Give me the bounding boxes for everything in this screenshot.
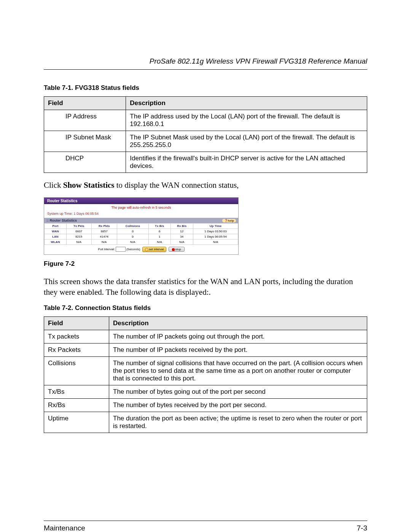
table-row: Rx Packets The number of IP packets rece…	[44, 343, 367, 357]
poll-unit: (Seconds)	[126, 248, 140, 251]
table-row: DHCP Identifies if the firewall's built-…	[44, 152, 367, 173]
cell: 1 Days 03:50:03	[193, 229, 238, 234]
cell: N/A	[170, 240, 193, 245]
paragraph-data-transfer: This screen shows the data transfer stat…	[44, 276, 367, 298]
cell: 41474	[91, 234, 117, 240]
system-uptime: System up Time: 1 Days 06:05:54	[44, 211, 238, 218]
field-name: IP Address	[62, 110, 126, 131]
field-desc: The number of IP packets received by the…	[109, 343, 367, 357]
cell: 12	[170, 229, 193, 234]
th-field: Field	[44, 97, 126, 110]
cell: N/A	[117, 240, 148, 245]
table-row: Uptime The duration the port as been act…	[44, 412, 367, 433]
field-desc: The IP address used by the Local (LAN) p…	[126, 110, 367, 131]
stats-row: WLAN N/A N/A N/A N/A N/A N/A	[45, 240, 238, 245]
status-fields-table: Field Description IP Address The IP addr…	[44, 96, 367, 173]
stats-row: LAN 8215 41474 0 1 34 1 Days 06:05:54	[45, 234, 238, 240]
subheader-text: Router Statistics	[50, 219, 77, 222]
poll-label: Poll Interval:	[98, 248, 115, 251]
text-strong: Show Statistics	[63, 181, 115, 190]
text-fragment: Click	[44, 181, 63, 190]
footer: Maintenance 7-3 v1.0, September 2007	[44, 521, 367, 532]
stats-row: WAN 6607 8857 0 6 12 1 Days 03:50:03	[45, 229, 238, 234]
router-statistics-panel: Router Statistics The page will auto-ref…	[44, 197, 239, 254]
field-name: Tx packets	[44, 330, 109, 343]
cell-port: LAN	[45, 234, 67, 240]
cell: 8215	[66, 234, 91, 240]
col-rxpkts: Rx Pkts	[91, 224, 117, 229]
cell-port: WLAN	[45, 240, 67, 245]
set-interval-button[interactable]: set interval	[142, 247, 167, 252]
auto-refresh-message: The page will auto-refresh in 5 seconds	[44, 204, 238, 211]
cell: 34	[170, 234, 193, 240]
field-name: DHCP	[62, 152, 126, 173]
cell-port: WAN	[45, 229, 67, 234]
cell: 0	[117, 229, 148, 234]
field-desc: The number of IP packets going out throu…	[109, 330, 367, 343]
table2-caption: Table 7-2. Connection Status fields	[44, 304, 367, 312]
stop-icon	[172, 248, 175, 251]
panel-subheader: :: Router Statistics ❓help	[44, 218, 238, 223]
field-name: Uptime	[44, 412, 109, 433]
cell: N/A	[193, 240, 238, 245]
table-row: Tx/Bs The number of bytes going out of t…	[44, 385, 367, 399]
table-row: Tx packets The number of IP packets goin…	[44, 330, 367, 343]
running-header: ProSafe 802.11g Wireless VPN Firewall FV…	[44, 57, 367, 70]
field-desc: The IP Subnet Mask used by the Local (LA…	[126, 131, 367, 152]
cell: 6	[148, 229, 170, 234]
connection-status-table: Field Description Tx packets The number …	[44, 316, 367, 433]
cell: N/A	[91, 240, 117, 245]
th-desc: Description	[109, 317, 367, 330]
field-name: Collisions	[44, 357, 109, 385]
paragraph-show-statistics: Click Show Statistics to display the WAN…	[44, 180, 367, 190]
cell: 0	[117, 234, 148, 240]
field-desc: The number of signal collisions that hav…	[109, 357, 367, 385]
cell: 6607	[66, 229, 91, 234]
cell: N/A	[66, 240, 91, 245]
col-port: Port	[45, 224, 67, 229]
cell: 1	[148, 234, 170, 240]
col-rxbs: Rx B/s	[170, 224, 193, 229]
footer-page: 7-3	[357, 524, 367, 532]
cell: N/A	[148, 240, 170, 245]
table-row: Collisions The number of signal collisio…	[44, 357, 367, 385]
field-name: Rx Packets	[44, 343, 109, 357]
cell: 1 Days 06:05:54	[193, 234, 238, 240]
reload-icon	[145, 248, 148, 251]
col-uptime: Up Time	[193, 224, 238, 229]
field-desc: The number of bytes received by the port…	[109, 399, 367, 412]
poll-controls: Poll Interval: (Seconds) set interval st…	[44, 245, 238, 254]
poll-interval-input[interactable]	[116, 247, 126, 252]
table-row: Rx/Bs The number of bytes received by th…	[44, 399, 367, 412]
cell: 8857	[91, 229, 117, 234]
table-row: IP Address The IP address used by the Lo…	[44, 110, 367, 131]
table-row: IP Subnet Mask The IP Subnet Mask used b…	[44, 131, 367, 152]
field-name: Rx/Bs	[44, 399, 109, 412]
footer-section: Maintenance	[44, 524, 85, 532]
th-field: Field	[44, 317, 109, 330]
panel-title: Router Statistics	[44, 198, 238, 204]
th-desc: Description	[126, 97, 367, 110]
col-collisions: Collisions	[117, 224, 148, 229]
field-desc: The number of bytes going out of the por…	[109, 385, 367, 399]
col-txpkts: Tx Pkts	[66, 224, 91, 229]
text-fragment: to display the WAN connection status,	[115, 181, 239, 190]
table1-caption: Table 7-1. FVG318 Status fields	[44, 84, 367, 92]
figure-caption: Figure 7-2	[44, 260, 367, 268]
statistics-table: Port Tx Pkts Rx Pkts Collisions Tx B/s R…	[44, 223, 238, 245]
field-name: Tx/Bs	[44, 385, 109, 399]
field-desc: The duration the port as been active; th…	[109, 412, 367, 433]
help-button[interactable]: ❓help	[222, 219, 236, 222]
col-txbs: Tx B/s	[148, 224, 170, 229]
stop-button[interactable]: stop	[169, 247, 185, 252]
field-desc: Identifies if the firewall's built-in DH…	[126, 152, 367, 173]
field-name: IP Subnet Mask	[62, 131, 126, 152]
